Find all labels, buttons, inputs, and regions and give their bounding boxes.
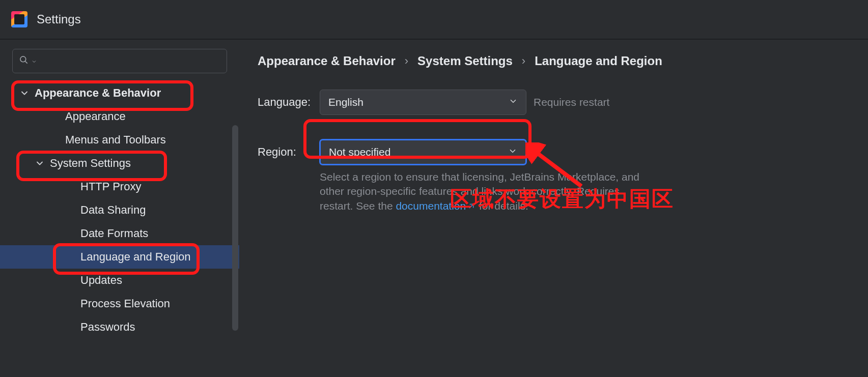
language-hint: Requires restart xyxy=(534,96,609,108)
chevron-down-icon xyxy=(35,158,45,168)
tree-label: Data Sharing xyxy=(80,204,146,217)
tree-item-language-region[interactable]: Language and Region xyxy=(0,245,239,269)
region-row: Region: Not specified xyxy=(258,139,850,165)
body: Appearance & Behavior Appearance Menus a… xyxy=(0,40,868,377)
settings-main-panel: Appearance & Behavior › System Settings … xyxy=(239,40,868,377)
search-icon xyxy=(19,55,29,68)
settings-sidebar: Appearance & Behavior Appearance Menus a… xyxy=(0,40,239,377)
language-label: Language: xyxy=(258,96,320,109)
tree-item-updates[interactable]: Updates xyxy=(0,269,239,292)
tree-label: HTTP Proxy xyxy=(80,180,141,193)
tree-item-date-formats[interactable]: Date Formats xyxy=(0,222,239,245)
breadcrumb-part: System Settings xyxy=(417,54,513,68)
tree-label: Appearance xyxy=(65,110,126,123)
external-link-icon xyxy=(467,200,475,214)
documentation-link[interactable]: documentation xyxy=(396,200,476,212)
tree-label: Passwords xyxy=(80,321,135,334)
chevron-right-icon: › xyxy=(522,54,525,68)
breadcrumb-part: Appearance & Behavior xyxy=(258,54,396,68)
settings-tree: Appearance & Behavior Appearance Menus a… xyxy=(0,81,239,339)
tree-item-menus-toolbars[interactable]: Menus and Toolbars xyxy=(0,128,239,152)
chevron-down-icon xyxy=(31,55,37,67)
sidebar-scrollbar[interactable] xyxy=(232,125,238,331)
settings-search-input[interactable] xyxy=(12,49,227,73)
tree-label: System Settings xyxy=(50,157,131,170)
tree-item-system-settings[interactable]: System Settings xyxy=(0,152,239,175)
chevron-down-icon xyxy=(509,96,518,108)
tree-item-http-proxy[interactable]: HTTP Proxy xyxy=(0,175,239,198)
tree-label: Appearance & Behavior xyxy=(35,86,161,100)
titlebar: Settings xyxy=(0,0,868,40)
chevron-down-icon xyxy=(508,146,517,158)
tree-item-appearance[interactable]: Appearance xyxy=(0,105,239,128)
window-title: Settings xyxy=(37,12,81,26)
breadcrumb-part: Language and Region xyxy=(535,54,662,68)
language-select[interactable]: English xyxy=(320,90,526,115)
language-row: Language: English Requires restart xyxy=(258,90,850,115)
region-description: Select a region to ensure that licensing… xyxy=(320,170,656,214)
region-label: Region: xyxy=(258,146,320,159)
tree-item-data-sharing[interactable]: Data Sharing xyxy=(0,198,239,222)
svg-line-1 xyxy=(25,61,27,63)
tree-item-appearance-behavior[interactable]: Appearance & Behavior xyxy=(0,81,239,105)
region-select[interactable]: Not specified xyxy=(320,139,526,165)
chevron-right-icon: › xyxy=(405,54,408,68)
tree-label: Menus and Toolbars xyxy=(65,133,166,147)
breadcrumb: Appearance & Behavior › System Settings … xyxy=(258,54,850,68)
select-value: English xyxy=(328,96,363,108)
app-logo-icon xyxy=(11,11,27,27)
tree-item-process-elevation[interactable]: Process Elevation xyxy=(0,292,239,315)
chevron-down-icon xyxy=(19,88,30,98)
tree-label: Date Formats xyxy=(80,227,148,240)
tree-label: Updates xyxy=(80,274,122,287)
svg-point-0 xyxy=(20,56,26,62)
tree-label: Process Elevation xyxy=(80,297,170,310)
tree-label: Language and Region xyxy=(80,250,191,264)
tree-item-passwords[interactable]: Passwords xyxy=(0,315,239,339)
select-value: Not specified xyxy=(329,146,390,158)
svg-line-2 xyxy=(470,204,473,208)
